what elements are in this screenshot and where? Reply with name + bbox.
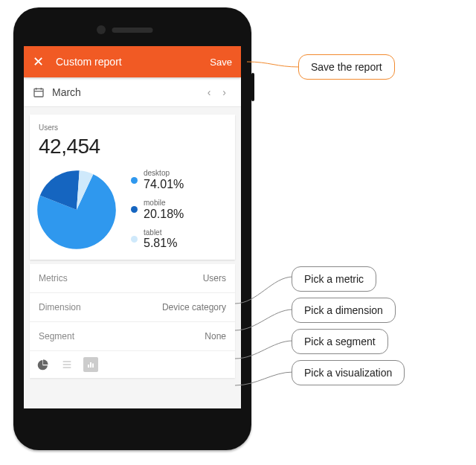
segment-row[interactable]: Segment None bbox=[30, 322, 235, 350]
legend-name: tablet bbox=[144, 228, 177, 237]
chart-area: desktop74.01%mobile20.18%tablet5.81% bbox=[39, 169, 226, 251]
bar-chart-icon[interactable] bbox=[83, 357, 98, 372]
phone-frame: ✕ Custom report Save March ‹ › Users 42,… bbox=[13, 7, 251, 450]
phone-camera bbox=[97, 25, 106, 34]
connector-dimension bbox=[235, 305, 293, 335]
prev-month-button[interactable]: ‹ bbox=[202, 83, 217, 101]
metric-label: Users bbox=[39, 124, 226, 132]
callout-segment: Pick a segment bbox=[292, 329, 388, 354]
settings-rows: Metrics Users Dimension Device category … bbox=[30, 264, 235, 350]
callout-metric: Pick a metric bbox=[292, 266, 376, 292]
legend-swatch bbox=[131, 236, 138, 243]
svg-rect-3 bbox=[92, 364, 94, 368]
metric-value: 42,454 bbox=[39, 135, 226, 158]
legend-name: mobile bbox=[144, 199, 184, 208]
page-title: Custom report bbox=[56, 56, 210, 68]
dimension-row-label: Dimension bbox=[39, 302, 81, 312]
legend-item: mobile20.18% bbox=[131, 199, 184, 221]
svg-rect-1 bbox=[88, 365, 89, 368]
visualization-toolbar bbox=[30, 350, 235, 378]
metrics-row-value: Users bbox=[203, 273, 226, 283]
dimension-row-value: Device category bbox=[162, 302, 226, 312]
next-month-button[interactable]: › bbox=[216, 83, 232, 101]
segment-row-value: None bbox=[205, 331, 226, 341]
list-icon[interactable] bbox=[60, 357, 74, 372]
pie-chart bbox=[36, 169, 118, 251]
pie-chart-icon[interactable] bbox=[36, 357, 51, 372]
legend-value: 74.01% bbox=[144, 178, 184, 191]
save-button[interactable]: Save bbox=[210, 57, 232, 68]
callout-save: Save the report bbox=[298, 54, 395, 80]
legend-value: 20.18% bbox=[144, 208, 184, 221]
svg-rect-0 bbox=[34, 89, 43, 97]
legend-item: tablet5.81% bbox=[131, 228, 184, 251]
svg-rect-2 bbox=[90, 362, 91, 368]
connector-segment bbox=[235, 335, 293, 365]
metric-card: Users 42,454 desktop74.01%mobile20.18%ta… bbox=[30, 115, 235, 260]
pie-legend: desktop74.01%mobile20.18%tablet5.81% bbox=[131, 169, 184, 251]
connector-save bbox=[247, 60, 299, 74]
legend-swatch bbox=[131, 206, 138, 213]
legend-value: 5.81% bbox=[144, 237, 177, 250]
legend-item: desktop74.01% bbox=[131, 169, 184, 191]
dimension-row[interactable]: Dimension Device category bbox=[30, 293, 235, 322]
app-screen: ✕ Custom report Save March ‹ › Users 42,… bbox=[24, 46, 241, 408]
calendar-icon bbox=[33, 86, 45, 98]
legend-name: desktop bbox=[144, 169, 184, 178]
segment-row-label: Segment bbox=[39, 331, 74, 341]
legend-swatch bbox=[131, 177, 138, 184]
metrics-row-label: Metrics bbox=[39, 273, 68, 283]
metrics-row[interactable]: Metrics Users bbox=[30, 264, 235, 293]
callout-viz: Pick a visualization bbox=[292, 360, 405, 385]
callout-dimension: Pick a dimension bbox=[292, 298, 396, 323]
connector-viz bbox=[235, 365, 293, 394]
date-selector[interactable]: March ‹ › bbox=[24, 77, 241, 107]
date-month: March bbox=[52, 86, 202, 98]
close-icon[interactable]: ✕ bbox=[33, 55, 44, 68]
phone-speaker bbox=[112, 28, 153, 33]
app-bar: ✕ Custom report Save bbox=[24, 46, 241, 77]
